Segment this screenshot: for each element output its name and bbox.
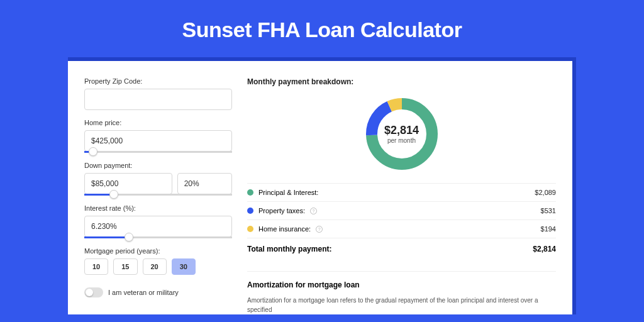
legend-row-principal: Principal & Interest: $2,089 <box>247 183 556 201</box>
slider-thumb[interactable] <box>125 233 133 242</box>
amortization-text: Amortization for a mortgage loan refers … <box>247 296 556 314</box>
down-payment-group: Down payment: <box>84 162 232 196</box>
veteran-toggle[interactable] <box>84 287 103 297</box>
dot-icon <box>247 189 253 196</box>
zip-label: Property Zip Code: <box>84 77 232 85</box>
interest-group: Interest rate (%): <box>84 204 232 238</box>
period-group: Mortgage period (years): 10 15 20 30 <box>84 247 232 275</box>
period-label: Mortgage period (years): <box>84 247 232 255</box>
down-payment-pct-input[interactable] <box>177 173 232 194</box>
legend-value: $531 <box>541 207 556 214</box>
donut-center: $2,814 per month <box>364 96 440 172</box>
home-price-label: Home price: <box>84 119 232 126</box>
period-option-30[interactable]: 30 <box>172 258 196 275</box>
veteran-label: I am veteran or military <box>108 289 179 296</box>
legend-label: Property taxes: <box>258 207 305 214</box>
period-pills: 10 15 20 30 <box>84 258 232 275</box>
interest-input[interactable] <box>84 216 232 237</box>
amortization-heading: Amortization for mortgage loan <box>247 280 556 289</box>
dot-icon <box>247 226 253 232</box>
home-price-group: Home price: <box>84 119 232 153</box>
down-payment-amount-input[interactable] <box>84 173 172 194</box>
dot-icon <box>247 208 253 214</box>
calculator-card: Property Zip Code: Home price: Down paym… <box>68 61 572 314</box>
slider-thumb[interactable] <box>89 147 97 156</box>
legend-row-insurance: Home insurance: ? $194 <box>247 219 556 238</box>
total-row: Total monthly payment: $2,814 <box>247 238 556 260</box>
interest-slider[interactable] <box>84 236 232 238</box>
period-option-15[interactable]: 15 <box>113 258 137 275</box>
donut-sub: per month <box>387 137 416 144</box>
total-value: $2,814 <box>533 245 556 253</box>
home-price-slider[interactable] <box>84 151 232 153</box>
legend-value: $2,089 <box>535 189 556 196</box>
zip-input[interactable] <box>84 89 232 110</box>
donut-chart-wrap: $2,814 per month <box>247 92 556 183</box>
legend-value: $194 <box>541 225 556 233</box>
down-payment-label: Down payment: <box>84 162 232 169</box>
page-title: Sunset FHA Loan Calculator <box>0 0 644 57</box>
period-option-20[interactable]: 20 <box>143 258 167 275</box>
down-payment-slider[interactable] <box>84 194 232 196</box>
donut-chart: $2,814 per month <box>364 96 440 172</box>
interest-label: Interest rate (%): <box>84 204 232 212</box>
zip-group: Property Zip Code: <box>84 77 232 110</box>
total-label: Total monthly payment: <box>247 245 331 253</box>
veteran-row: I am veteran or military <box>84 287 232 297</box>
slider-fill <box>84 236 129 238</box>
home-price-input[interactable] <box>84 130 232 152</box>
slider-thumb[interactable] <box>109 190 118 199</box>
info-icon[interactable]: ? <box>316 226 323 233</box>
legend-row-taxes: Property taxes: ? $531 <box>247 201 556 219</box>
donut-value: $2,814 <box>384 124 419 137</box>
period-option-10[interactable]: 10 <box>84 258 108 275</box>
info-icon[interactable]: ? <box>310 208 317 214</box>
card-shadow: Property Zip Code: Home price: Down paym… <box>68 57 576 314</box>
breakdown-panel: Monthly payment breakdown: $2,814 per mo… <box>247 77 556 314</box>
form-panel: Property Zip Code: Home price: Down paym… <box>84 77 232 314</box>
breakdown-heading: Monthly payment breakdown: <box>247 77 556 86</box>
legend-label: Home insurance: <box>258 225 311 233</box>
legend-label: Principal & Interest: <box>258 189 318 196</box>
amortization-section: Amortization for mortgage loan Amortizat… <box>247 271 556 314</box>
